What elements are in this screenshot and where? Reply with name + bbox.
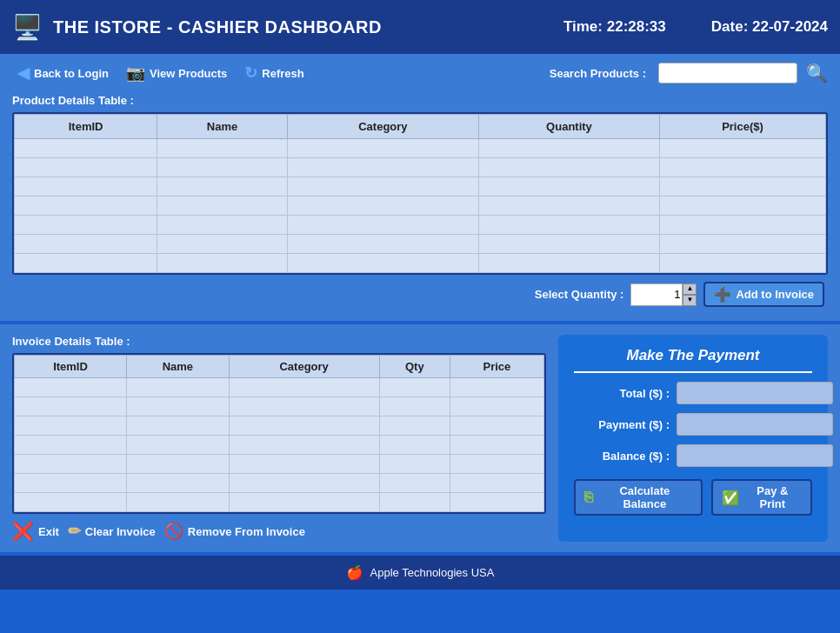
table-row bbox=[15, 177, 826, 197]
table-row bbox=[15, 139, 826, 158]
product-table-container: ItemID Name Category Quantity Price($) bbox=[12, 112, 828, 275]
payment-input[interactable] bbox=[677, 413, 833, 436]
table-row bbox=[15, 397, 544, 416]
inv-col-name: Name bbox=[127, 356, 230, 378]
view-icon: 📷 bbox=[126, 63, 145, 83]
exit-button[interactable]: ❌ Exit bbox=[12, 521, 59, 542]
qty-up-button[interactable]: ▲ bbox=[683, 283, 697, 295]
add-invoice-icon: ➕ bbox=[714, 286, 731, 303]
qty-row: Select Quantity : ▲ ▼ ➕ Add to Invoice bbox=[12, 275, 828, 309]
view-products-button[interactable]: 📷 View Products bbox=[121, 61, 232, 85]
table-row bbox=[15, 474, 544, 493]
inv-col-qty: Qty bbox=[379, 356, 450, 378]
table-row bbox=[15, 197, 826, 216]
table-row bbox=[15, 158, 826, 177]
apple-icon: 🍎 bbox=[346, 564, 363, 581]
invoice-buttons: ❌ Exit ✏ Clear Invoice 🚫 Remove From Inv… bbox=[12, 521, 546, 542]
col-category: Category bbox=[287, 115, 478, 139]
footer: 🍎 Apple Technologies USA bbox=[0, 556, 840, 590]
col-itemid: ItemID bbox=[15, 115, 157, 139]
back-to-login-button[interactable]: ◀ Back to Login bbox=[12, 61, 114, 85]
invoice-table: ItemID Name Category Qty Price bbox=[14, 355, 544, 512]
balance-input[interactable] bbox=[677, 444, 833, 467]
remove-icon: 🚫 bbox=[164, 522, 183, 541]
table-row bbox=[15, 436, 544, 455]
back-icon: ◀ bbox=[17, 63, 30, 83]
current-time: Time: 22:28:33 bbox=[563, 18, 666, 36]
search-input[interactable] bbox=[658, 63, 797, 83]
payment-row: Payment ($) : bbox=[574, 413, 812, 436]
qty-down-button[interactable]: ▼ bbox=[683, 295, 697, 306]
payment-title: Make The Payment bbox=[574, 347, 812, 373]
top-section: ◀ Back to Login 📷 View Products ↻ Refres… bbox=[0, 54, 840, 321]
refresh-button[interactable]: ↻ Refresh bbox=[239, 61, 309, 85]
qty-spinners: ▲ ▼ bbox=[683, 283, 697, 306]
table-row bbox=[15, 493, 544, 512]
header: 🖥️ THE ISTORE - CASHIER DASHBOARD Time: … bbox=[0, 0, 840, 54]
clear-icon: ✏ bbox=[68, 522, 81, 541]
payment-panel: Make The Payment Total ($) : Payment ($)… bbox=[558, 335, 828, 542]
refresh-icon: ↻ bbox=[244, 63, 257, 83]
total-input[interactable] bbox=[677, 382, 833, 404]
calculate-balance-button[interactable]: ⎘ Calculate Balance bbox=[574, 479, 703, 516]
footer-text: Apple Technologies USA bbox=[370, 566, 495, 579]
qty-label: Select Quantity : bbox=[535, 288, 624, 301]
app-icon: 🖥️ bbox=[12, 13, 43, 42]
search-label: Search Products : bbox=[550, 67, 646, 80]
table-row bbox=[15, 254, 826, 273]
exit-icon: ❌ bbox=[12, 521, 34, 542]
balance-row: Balance ($) : bbox=[574, 444, 812, 467]
qty-input-wrap: ▲ ▼ bbox=[630, 283, 697, 306]
balance-label: Balance ($) : bbox=[574, 450, 670, 463]
inv-col-category: Category bbox=[229, 356, 379, 378]
current-date: Date: 22-07-2024 bbox=[711, 18, 828, 36]
total-row: Total ($) : bbox=[574, 382, 812, 404]
inv-col-price: Price bbox=[450, 356, 543, 378]
app-title: THE ISTORE - CASHIER DASHBOARD bbox=[53, 17, 553, 37]
col-price: Price($) bbox=[659, 115, 825, 139]
search-button[interactable]: 🔍 bbox=[806, 63, 828, 83]
clear-invoice-button[interactable]: ✏ Clear Invoice bbox=[68, 522, 156, 541]
inv-col-itemid: ItemID bbox=[15, 356, 127, 378]
product-table-label: Product Details Table : bbox=[12, 94, 828, 107]
remove-from-invoice-button[interactable]: 🚫 Remove From Invoice bbox=[164, 522, 305, 541]
table-row bbox=[15, 235, 826, 254]
total-label: Total ($) : bbox=[574, 387, 670, 400]
table-row bbox=[15, 378, 544, 397]
col-name: Name bbox=[157, 115, 288, 139]
table-row bbox=[15, 216, 826, 235]
table-row bbox=[15, 416, 544, 436]
payment-btn-row: ⎘ Calculate Balance ✅ Pay & Print bbox=[574, 479, 812, 516]
invoice-table-label: Invoice Details Table : bbox=[12, 335, 546, 348]
pay-and-print-button[interactable]: ✅ Pay & Print bbox=[711, 479, 812, 516]
invoice-table-container: ItemID Name Category Qty Price bbox=[12, 353, 546, 514]
table-row bbox=[15, 455, 544, 474]
invoice-left: Invoice Details Table : ItemID Name Cate… bbox=[12, 335, 546, 542]
bottom-section: Invoice Details Table : ItemID Name Cate… bbox=[0, 324, 840, 552]
add-to-invoice-button[interactable]: ➕ Add to Invoice bbox=[703, 282, 824, 307]
product-table: ItemID Name Category Quantity Price($) bbox=[14, 114, 826, 273]
calc-icon: ⎘ bbox=[584, 490, 593, 505]
col-quantity: Quantity bbox=[478, 115, 659, 139]
pay-icon: ✅ bbox=[722, 490, 739, 506]
quantity-stepper[interactable] bbox=[630, 283, 683, 306]
toolbar: ◀ Back to Login 📷 View Products ↻ Refres… bbox=[12, 61, 828, 85]
payment-label: Payment ($) : bbox=[574, 418, 670, 431]
